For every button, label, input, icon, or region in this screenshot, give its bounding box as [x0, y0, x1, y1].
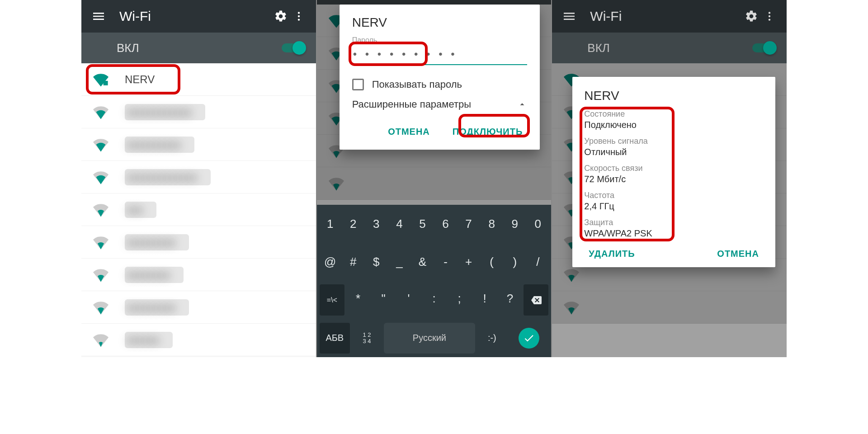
key-:[interactable]: :: [422, 284, 446, 312]
info-label: Состояние: [584, 109, 764, 119]
wifi-network-name: NERV: [125, 73, 155, 86]
info-label: Частота: [584, 191, 764, 200]
wifi-network-item[interactable]: xxxxxxxx: [81, 259, 316, 291]
svg-point-2: [298, 19, 300, 20]
info-value: Отличный: [584, 147, 764, 157]
page-title: Wi-Fi: [590, 9, 742, 24]
info-row: ЗащитаWPA/WPA2 PSK: [584, 218, 764, 239]
wifi-network-item[interactable]: xxxxxx: [81, 324, 316, 356]
info-value: 2,4 ГГц: [584, 201, 764, 212]
panel-connect-dialog: NERV Пароль Показывать пароль Расширенны…: [317, 0, 552, 357]
dialog-title: NERV: [584, 89, 764, 103]
wifi-toggle-label: ВКЛ: [587, 41, 752, 55]
svg-point-5: [769, 15, 770, 17]
page-title: Wi-Fi: [119, 9, 272, 24]
forget-button[interactable]: УДАЛИТЬ: [584, 245, 639, 263]
key-([interactable]: (: [481, 246, 502, 278]
app-header: Wi-Fi: [552, 0, 787, 33]
key-&[interactable]: &: [412, 246, 433, 278]
info-value: WPA/WPA2 PSK: [584, 228, 764, 239]
key-?[interactable]: ?: [498, 284, 522, 312]
info-dialog: NERV СостояниеПодключеноУровень сигналаО…: [572, 77, 775, 267]
wifi-network-item[interactable]: xxxxxxxxxxxx: [81, 96, 316, 128]
svg-rect-3: [104, 80, 108, 85]
key-/[interactable]: /: [527, 246, 548, 278]
wifi-toggle-switch[interactable]: [282, 43, 303, 52]
wifi-signal-icon: [93, 235, 108, 250]
info-row: СостояниеПодключено: [584, 109, 764, 130]
key-![interactable]: !: [473, 284, 496, 312]
key-*[interactable]: *: [346, 284, 370, 312]
connect-button[interactable]: ПОДКЛЮЧИТЬ: [448, 123, 528, 141]
hamburger-icon[interactable]: [90, 7, 108, 25]
advanced-options-label: Расширенные параметры: [352, 99, 518, 110]
key-emoji[interactable]: :-): [477, 323, 507, 354]
password-label: Пароль: [352, 36, 528, 44]
key-7[interactable]: 7: [458, 208, 479, 240]
key-enter[interactable]: [509, 323, 548, 354]
key-2[interactable]: 2: [343, 208, 364, 240]
key-)[interactable]: ): [504, 246, 525, 278]
key-6[interactable]: 6: [435, 208, 456, 240]
key-shift[interactable]: =\<: [320, 284, 344, 316]
wifi-network-item[interactable]: xxxxxxxxxx: [81, 128, 316, 161]
panel-info-dialog: Wi-Fi ВКЛ NERV СостояниеПодк: [552, 0, 787, 357]
chevron-up-icon: [517, 99, 527, 109]
password-input[interactable]: [352, 44, 528, 65]
svg-point-6: [769, 19, 770, 20]
gear-icon[interactable]: [742, 7, 760, 25]
wifi-network-name-hidden: xxxxxxxx: [125, 267, 184, 283]
cancel-button[interactable]: ОТМЕНА: [712, 245, 764, 263]
info-value: Подключено: [584, 120, 764, 130]
key-$[interactable]: $: [366, 246, 387, 278]
key-"[interactable]: ": [372, 284, 395, 312]
info-value: 72 Мбит/с: [584, 174, 764, 184]
key-9[interactable]: 9: [504, 208, 525, 240]
key-3[interactable]: 3: [366, 208, 387, 240]
overflow-icon[interactable]: [290, 7, 308, 25]
key-;[interactable]: ;: [448, 284, 471, 312]
gear-icon[interactable]: [272, 7, 290, 25]
wifi-network-item[interactable]: xxxxxxxxxxxxx: [81, 161, 316, 193]
key-space[interactable]: Русский: [384, 323, 475, 354]
wifi-network-item[interactable]: xxxxxxxxx: [81, 291, 316, 324]
info-label: Уровень сигнала: [584, 137, 764, 146]
overflow-icon[interactable]: [760, 7, 778, 25]
key--[interactable]: -: [435, 246, 456, 278]
advanced-options-row[interactable]: Расширенные параметры: [352, 99, 528, 110]
key-backspace[interactable]: [524, 284, 548, 316]
key-'[interactable]: ': [397, 284, 420, 312]
show-password-checkbox[interactable]: [352, 79, 364, 90]
key-+[interactable]: +: [458, 246, 479, 278]
wifi-signal-icon: [93, 332, 108, 348]
key-5[interactable]: 5: [412, 208, 433, 240]
info-label: Защита: [584, 218, 764, 227]
wifi-network-item[interactable]: xxx: [81, 193, 316, 226]
wifi-network-name-hidden: xxxxxxxxxx: [125, 137, 194, 153]
key-sub[interactable]: 1 2 3 4: [352, 323, 382, 354]
app-header: Wi-Fi: [81, 0, 316, 33]
wifi-signal-icon: [93, 104, 108, 120]
key-4[interactable]: 4: [389, 208, 410, 240]
wifi-network-name-hidden: xxxxxxxxx: [125, 299, 189, 316]
cancel-button[interactable]: ОТМЕНА: [383, 123, 434, 141]
wifi-network-name-hidden: xxxxxxxxxxxxx: [125, 169, 211, 185]
key-1[interactable]: 1: [320, 208, 341, 240]
wifi-toggle-row: ВКЛ: [552, 33, 787, 63]
wifi-signal-icon: [93, 300, 108, 315]
wifi-network-item[interactable]: xxxxxxxxx: [81, 226, 316, 259]
wifi-network-name-hidden: xxxxxxxxx: [125, 234, 189, 250]
svg-point-4: [769, 12, 770, 14]
key-@[interactable]: @: [320, 246, 341, 278]
wifi-network-item[interactable]: NERV: [81, 63, 316, 96]
key-_[interactable]: _: [389, 246, 410, 278]
hamburger-icon[interactable]: [560, 7, 578, 25]
wifi-network-name-hidden: xxx: [125, 202, 156, 218]
key-#[interactable]: #: [343, 246, 364, 278]
key-0[interactable]: 0: [527, 208, 548, 240]
panel-wifi-list: Wi-Fi ВКЛ NERV xxxxxxxxxxxx xxxxxxxxxx x…: [81, 0, 317, 357]
key-8[interactable]: 8: [481, 208, 502, 240]
wifi-toggle-row: ВКЛ: [81, 33, 316, 63]
key-abc[interactable]: АБВ: [320, 323, 350, 354]
wifi-toggle-switch[interactable]: [752, 43, 774, 52]
